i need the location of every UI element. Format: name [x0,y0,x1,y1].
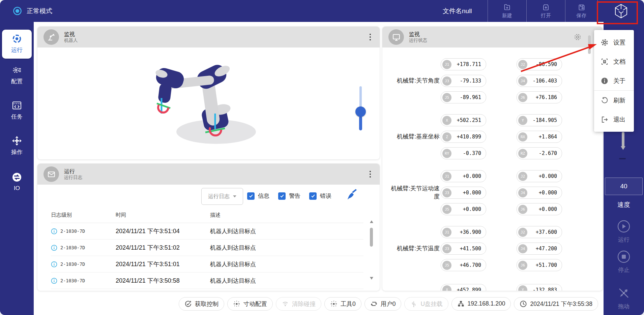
menu-item-refresh[interactable]: 刷新 [594,91,634,110]
slider-track[interactable] [359,86,362,108]
status-group: 机械臂:关节运动速度 J1 +0.000 J2 +0.000 J3 +0.000… [391,170,603,215]
menu-item-docs[interactable]: 文档 [594,52,634,71]
robot-view-zoom-slider [354,84,368,134]
save-button[interactable]: 保存 [565,0,597,22]
slider-fill [359,116,362,130]
status-pill: X +452.899 [441,284,486,291]
top-actions: 新建 打开 保存 [488,0,597,22]
info-icon [51,245,57,251]
robot-panel-menu-icon[interactable] [368,33,373,41]
new-file-button[interactable]: 新建 [488,0,526,22]
monitor-icon [388,29,404,45]
pill-value: +36.900 [460,229,486,235]
pill-value: +46.700 [460,262,486,268]
info-icon [51,261,57,267]
usb-mount-button[interactable]: U盘挂载 [404,297,448,311]
open-file-button[interactable]: 打开 [526,0,565,22]
panel-title: 运行 [64,168,82,175]
clear-log-broom-icon[interactable] [346,189,358,201]
stop-circle-icon [617,250,631,264]
pill-value: +452.899 [457,287,486,291]
speed-value-input[interactable]: 40 [605,178,643,195]
status-pill: Y -132.883 [517,284,562,291]
drag-mode-button[interactable]: 拖动 [604,286,644,310]
status-pill: J6 +51.700 [517,259,562,271]
log-type-dropdown[interactable]: 运行日志 [201,188,243,205]
log-description: 机器人到达目标点 [210,277,363,285]
pill-tag-badge: J3 [442,244,451,253]
clear-collision-button[interactable]: 清除碰撞 [276,297,321,311]
get-control-button[interactable]: 获取控制 [179,297,224,311]
checkbox-checked-icon [278,192,286,200]
pill-tag-badge: X [442,116,451,125]
datetime-button[interactable]: 2024/11/21 下午3:55:38 [514,297,598,311]
pill-tag-badge: J5 [442,205,451,214]
sidebar-item-task[interactable]: 任务 [0,100,34,121]
stop-program-label: 停止 [618,266,630,274]
log-row[interactable]: 2-1030-7D 2024/11/21 下午3:51:01 机器人到达目标点 [51,256,363,273]
gear-icon [601,39,608,46]
robot-3d-view[interactable] [152,60,307,160]
pill-tag-badge: X [442,285,451,291]
checkbox-info[interactable]: 信息 [247,192,269,200]
pill-tag-badge: J1 [442,172,451,181]
status-pills: J1 +0.000 J2 +0.000 J3 +0.000 J4 +0.000 … [441,170,562,215]
log-table-header: 日志级别 时间 描述 [51,212,363,223]
sidebar-item-io[interactable]: IO [0,172,34,192]
speed-slider-track[interactable] [622,132,624,146]
pill-tag-badge: J5 [442,261,451,270]
status-pill: J3 -79.133 [441,75,486,87]
log-panel-menu-icon[interactable] [368,170,373,178]
pill-value: +502.251 [457,117,486,123]
status-group-label: 机械臂:基坐标系速度 [391,290,440,291]
log-row[interactable]: 2-1030-7D 2024/11/21 下午3:51:04 机器人到达目标点 [51,223,363,240]
log-time: 2024/11/21 下午3:51:02 [116,244,210,252]
status-panel-gear-icon[interactable] [574,33,582,41]
log-row[interactable]: 2-1030-7D 2024/11/21 下午3:50:58 机器人到达目标点 [51,273,363,289]
panel-title: 监视 [409,31,427,38]
speed-slider-handle[interactable] [621,146,625,150]
app-dropdown-menu: 设置 文档 关于 刷新 退出 [594,30,634,132]
run-target-icon [12,34,22,44]
log-level-cell: 2-1030-7D [51,278,116,284]
col-header-time: 时间 [116,212,210,219]
drag-disabled-icon [617,286,631,300]
app-logo-menu-button[interactable] [597,0,644,22]
pill-tag-badge: Z [442,132,451,141]
pill-value: -132.883 [533,287,562,291]
log-row[interactable]: 2-1030-7D 2024/11/21 下午3:51:02 机器人到达目标点 [51,240,363,256]
menu-item-settings[interactable]: 设置 [594,33,634,52]
sidebar-item-run[interactable]: 运行 [2,30,32,59]
run-program-button[interactable]: 运行 [604,219,644,244]
top-bar: 正常模式 文件名null 新建 打开 保存 [0,0,644,22]
jog-config-button[interactable]: 寸动配置 [227,297,273,311]
stop-program-button[interactable]: 停止 [604,250,644,274]
tool-button[interactable]: 工具0 [324,297,361,311]
chevron-down-icon [233,195,236,197]
status-pill: J3 +41.500 [441,243,486,255]
bottom-status-bar: 获取控制 寸动配置 清除碰撞 工具0 用户0 [34,292,604,315]
sidebar-item-operate[interactable]: 操作 [0,136,34,156]
pill-tag-badge: J6 [518,93,527,102]
log-level-filters: 信息 警告 错误 [247,192,331,200]
slider-handle[interactable] [355,106,366,117]
logout-icon [601,116,608,123]
menu-item-exit[interactable]: 退出 [594,110,634,129]
user-frame-label: 用户0 [381,300,396,308]
checkbox-label: 错误 [320,192,331,200]
scroll-down-icon[interactable] [370,277,373,280]
scroll-up-icon[interactable] [370,220,373,223]
pill-value: -79.133 [460,78,486,84]
ip-address-button[interactable]: 192.168.1.200 [451,297,511,311]
menu-item-about[interactable]: 关于 [594,71,634,90]
checkbox-error[interactable]: 错误 [309,192,331,200]
pill-value: +0.000 [539,190,562,196]
pill-value: +37.600 [536,229,562,235]
panel-title: 监视 [64,31,78,38]
scrollbar-thumb[interactable] [370,228,373,247]
sidebar-item-config[interactable]: 配置 [0,65,34,85]
checkbox-warning[interactable]: 警告 [278,192,300,200]
tool-rays-icon [330,300,338,308]
status-pill: J1 +0.000 [441,170,486,182]
user-frame-button[interactable]: 用户0 [364,297,402,311]
